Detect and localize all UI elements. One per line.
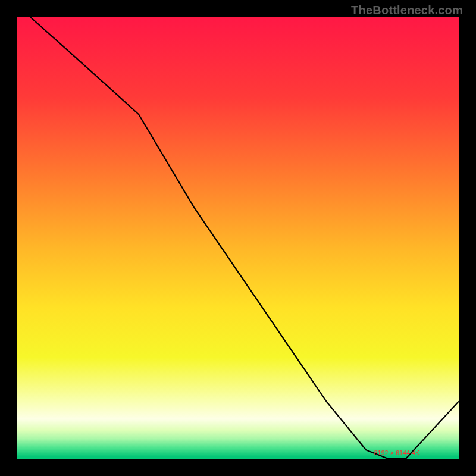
plot-area [17,17,459,459]
watermark-text: TheBottleneck.com [351,4,463,17]
chart-svg: 8192 × 6144 4K [0,0,476,476]
resolution-label: 8192 × 6144 4K [374,450,420,456]
chart-stage: 8192 × 6144 4K TheBottleneck.com [0,0,476,476]
